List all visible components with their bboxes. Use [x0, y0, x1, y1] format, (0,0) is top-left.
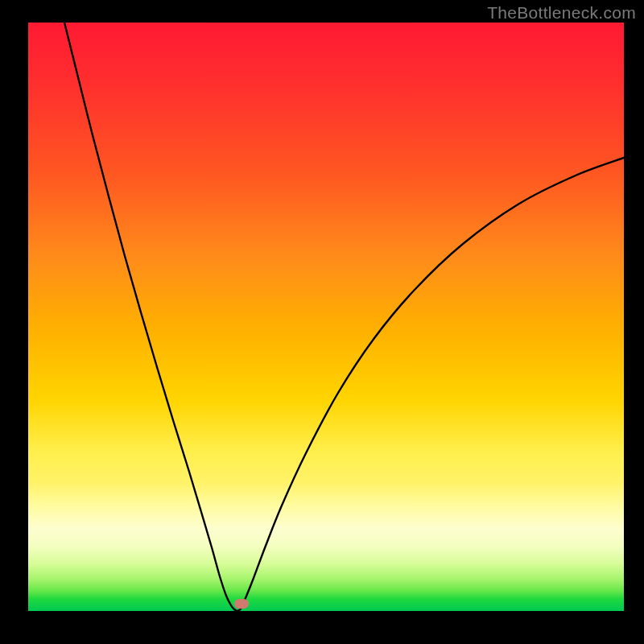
optimal-marker — [234, 599, 249, 609]
plot-area — [28, 23, 624, 611]
bottleneck-curve — [28, 23, 624, 611]
watermark-text: TheBottleneck.com — [487, 3, 636, 23]
chart-frame: TheBottleneck.com — [0, 0, 644, 644]
